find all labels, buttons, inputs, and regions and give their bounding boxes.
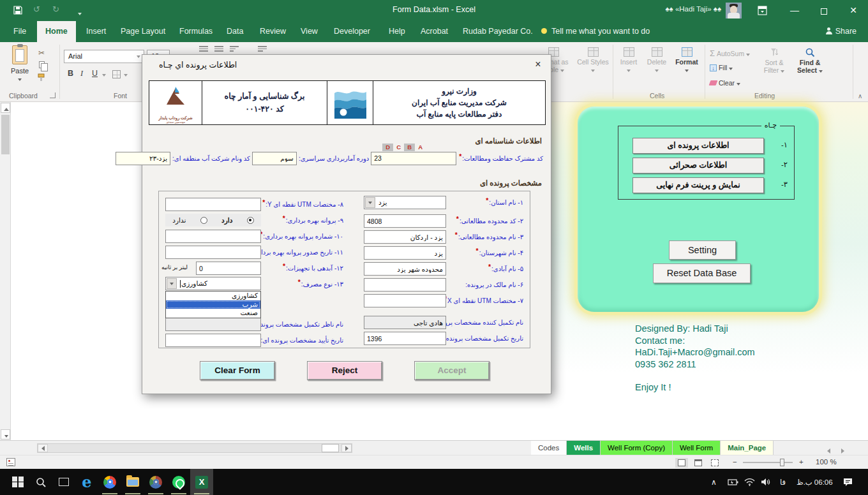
scroll-up-icon[interactable]	[1, 103, 10, 113]
tab-insert[interactable]: Insert	[78, 21, 114, 42]
sheet-tab-well-form-copy[interactable]: Well Form (Copy)	[601, 441, 673, 455]
avatar[interactable]	[726, 3, 742, 18]
chrome-button[interactable]	[98, 469, 121, 495]
file-info-button[interactable]: اطلاعات پرونده ای	[632, 138, 764, 154]
clipboard-launcher-icon[interactable]	[50, 92, 56, 98]
format-painter-icon[interactable]	[37, 73, 47, 82]
approve-date-input[interactable]	[165, 334, 261, 347]
ribbon-display-options-icon[interactable]	[758, 6, 767, 15]
combo-dropdown-icon[interactable]	[167, 278, 177, 289]
vertical-scrollbar[interactable]	[0, 102, 11, 440]
insert-cells-button[interactable]: Insert	[615, 47, 642, 73]
horizontal-scrollbar[interactable]	[37, 443, 352, 453]
combo-dropdown-icon[interactable]	[365, 197, 375, 208]
sort-filter-button[interactable]: Sort & Filter	[758, 47, 790, 74]
tab-developer[interactable]: Developer	[326, 21, 378, 42]
completer-input[interactable]	[364, 316, 446, 329]
restore-button[interactable]	[809, 0, 839, 21]
delete-cells-button[interactable]: Delete	[643, 47, 670, 73]
taskbar-search-button[interactable]	[29, 469, 52, 495]
license-date-input[interactable]	[165, 246, 261, 259]
tab-view[interactable]: View	[292, 21, 326, 42]
zoom-in-icon[interactable]: +	[799, 458, 804, 466]
edge-button[interactable]: e	[75, 469, 98, 495]
utm-x-input[interactable]	[364, 294, 446, 307]
page-layout-view-icon[interactable]	[692, 458, 705, 468]
village-input[interactable]	[364, 262, 446, 276]
list-item-drinking[interactable]: شرب	[166, 300, 260, 309]
tab-review[interactable]: Review	[251, 21, 294, 42]
tab-data[interactable]: Data	[218, 21, 251, 42]
italic-button[interactable]: I	[80, 69, 83, 78]
normal-view-icon[interactable]	[675, 458, 688, 468]
find-select-button[interactable]: Find & Select	[793, 47, 827, 74]
census-period-input[interactable]	[252, 152, 297, 165]
borders-dropdown-icon[interactable]	[124, 74, 128, 77]
supervisor-input[interactable]	[165, 318, 261, 331]
zoom-out-icon[interactable]: −	[733, 458, 737, 466]
scroll-right-icon[interactable]	[341, 444, 352, 452]
field-info-button[interactable]: اطلاعات صحرائی	[632, 158, 764, 174]
complete-date-input[interactable]	[364, 332, 446, 345]
zoom-level[interactable]: 100 %	[816, 458, 837, 466]
start-button[interactable]	[6, 469, 29, 495]
language-indicator[interactable]: فا	[780, 469, 786, 495]
paste-button[interactable]: Paste	[6, 45, 33, 92]
vertical-scroll-thumb[interactable]	[1, 115, 10, 154]
scroll-down-icon[interactable]	[1, 429, 10, 440]
borders-icon[interactable]	[112, 70, 121, 78]
bold-button[interactable]: B	[68, 69, 73, 78]
print-final-form-button[interactable]: نمایش و پرینت فرم نهایی	[632, 177, 764, 193]
zoom-slider[interactable]	[743, 462, 793, 463]
excel-taskbar-button[interactable]: X	[190, 469, 213, 495]
user-account[interactable]: ♠♠ «Hadi Taji» ♠♠	[665, 5, 721, 13]
share-button[interactable]: Share	[826, 21, 857, 42]
tab-page-layout[interactable]: Page Layout	[112, 21, 174, 42]
horizontal-scroll-thumb[interactable]	[322, 444, 339, 452]
underline-button[interactable]: U	[92, 69, 98, 78]
dialog-close-button[interactable]: ×	[530, 57, 546, 71]
format-cells-button[interactable]: Format	[671, 47, 702, 73]
fill-button[interactable]: ↓ Fill	[710, 64, 733, 71]
sheet-tab-codes[interactable]: Codes	[531, 441, 567, 455]
clock[interactable]: 06:06 ب.ظ	[797, 469, 833, 495]
utm-y-input[interactable]	[165, 198, 261, 211]
browser-button[interactable]	[144, 469, 167, 495]
align-top-icon[interactable]	[199, 46, 208, 53]
reset-database-button[interactable]: Reset Data Base	[653, 263, 751, 283]
reject-button[interactable]: Reject	[307, 361, 382, 380]
tab-help[interactable]: Help	[380, 21, 414, 42]
county-input[interactable]	[364, 246, 446, 260]
align-middle-icon[interactable]	[214, 46, 223, 53]
owner-input[interactable]	[364, 278, 446, 292]
tab-home[interactable]: Home	[37, 21, 76, 42]
underline-dropdown-icon[interactable]	[102, 74, 106, 77]
wifi-icon[interactable]	[744, 469, 755, 495]
whatsapp-button[interactable]	[167, 469, 190, 495]
tab-acrobat[interactable]: Acrobat	[412, 21, 456, 42]
tab-file[interactable]: File	[5, 21, 34, 42]
study-area-name-input[interactable]	[364, 230, 446, 244]
clear-form-button[interactable]: Clear Form	[200, 361, 275, 380]
zoom-slider-thumb[interactable]	[780, 459, 784, 466]
study-area-code-input[interactable]	[364, 214, 446, 228]
wrap-text-icon[interactable]	[258, 46, 267, 53]
setting-button[interactable]: Setting	[669, 240, 736, 260]
accept-button[interactable]: Accept	[414, 361, 490, 380]
tab-rudab-payedar[interactable]: Rudab Payedar Co.	[454, 21, 541, 42]
sheet-tab-main-page[interactable]: Main_Page	[721, 441, 774, 455]
speaker-icon[interactable]	[761, 469, 771, 495]
scroll-left-icon[interactable]	[38, 444, 48, 452]
cell-styles-button[interactable]: Cell Styles	[576, 47, 610, 73]
province-combobox[interactable]: یزد	[364, 196, 446, 209]
collapse-ribbon-icon[interactable]: ∧	[858, 92, 862, 100]
shared-code-input[interactable]	[371, 152, 456, 165]
clear-button[interactable]: Clear	[710, 79, 740, 87]
battery-icon[interactable]	[728, 469, 738, 495]
orientation-icon[interactable]	[230, 46, 239, 53]
notification-center-icon[interactable]	[842, 469, 853, 495]
page-break-view-icon[interactable]	[708, 458, 721, 468]
list-item-agriculture[interactable]: کشاورزی	[166, 292, 260, 300]
font-name-combobox[interactable]: Arial	[64, 50, 144, 63]
radio-no-license[interactable]	[200, 217, 207, 224]
